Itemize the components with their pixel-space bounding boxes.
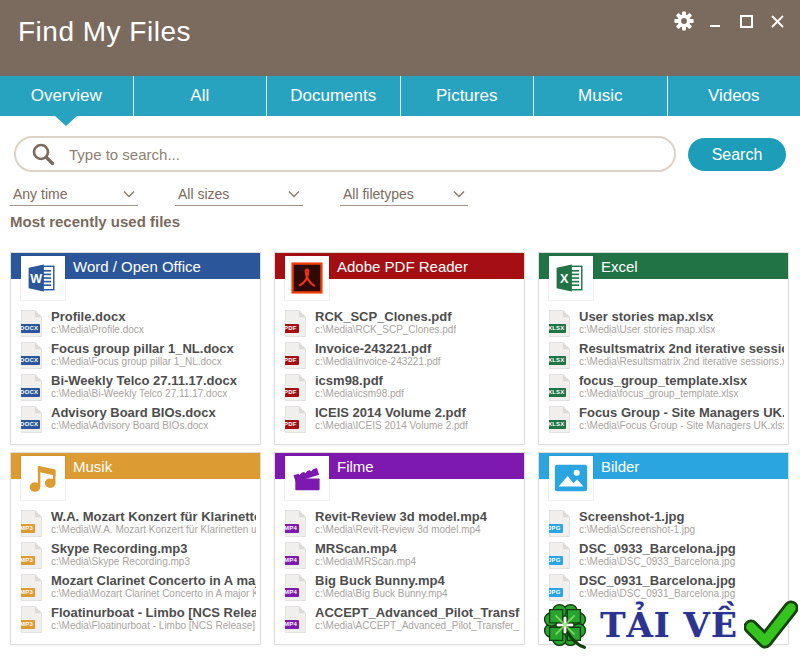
file-item[interactable]: xlsx User stories map.xlsx c:\Media\User… bbox=[549, 309, 784, 339]
file-item[interactable]: mp4 MRScan.mp4 c:\Media\MRScan.mp4 bbox=[285, 541, 520, 571]
tab-videos[interactable]: Videos bbox=[668, 76, 800, 116]
file-type-badge: mp4 bbox=[285, 556, 299, 565]
file-type-icon: docx bbox=[21, 406, 42, 433]
card-title: Filme bbox=[337, 458, 374, 475]
maximize-button[interactable] bbox=[735, 10, 757, 32]
file-path: c:\Media\Focus group pillar 1_NL.docx bbox=[51, 356, 234, 368]
file-type-badge: mp4 bbox=[285, 524, 299, 533]
search-box[interactable] bbox=[14, 136, 676, 172]
file-path: c:\Media\MRScan.mp4 bbox=[315, 556, 416, 568]
checkmark-icon bbox=[744, 599, 798, 651]
file-type-badge: pdf bbox=[285, 388, 299, 397]
file-item[interactable]: pdf Invoice-243221.pdf c:\Media\Invoice-… bbox=[285, 341, 520, 371]
file-list: jpg Screenshot-1.jpg c:\Media\Screenshot… bbox=[549, 509, 784, 605]
file-item[interactable]: mp3 W.A. Mozart Konzert für Klarinetten … bbox=[21, 509, 256, 539]
filter-dropdown-all-sizes[interactable]: All sizes bbox=[175, 182, 303, 206]
file-name: Focus Group - Site Managers UK.xlsx bbox=[579, 405, 784, 420]
file-item[interactable]: mp4 Revit-Review 3d model.mp4 c:\Media\R… bbox=[285, 509, 520, 539]
close-icon bbox=[771, 15, 784, 28]
file-item[interactable]: xlsx Focus Group - Site Managers UK.xlsx… bbox=[549, 405, 784, 435]
file-type-badge: mp3 bbox=[21, 588, 35, 597]
watermark-text: TẢI VỀ bbox=[596, 605, 742, 645]
filter-dropdown-all-filetypes[interactable]: All filetypes bbox=[340, 182, 468, 206]
file-item[interactable]: mp4 ACCEPT_Advanced_Pilot_Transfer_Knowl… bbox=[285, 605, 520, 635]
file-item[interactable]: xlsx focus_group_template.xlsx c:\Media\… bbox=[549, 373, 784, 403]
file-item[interactable]: mp3 Floatinurboat - Limbo [NCS Release].… bbox=[21, 605, 256, 635]
search-button[interactable]: Search bbox=[688, 138, 786, 171]
file-path: c:\Media\Invoice-243221.pdf bbox=[315, 356, 441, 368]
file-item[interactable]: docx Focus group pillar 1_NL.docx c:\Med… bbox=[21, 341, 256, 371]
close-button[interactable] bbox=[766, 10, 788, 32]
file-type-icon: jpg bbox=[549, 510, 570, 537]
file-type-badge: mp4 bbox=[285, 620, 299, 629]
file-name: MRScan.mp4 bbox=[315, 541, 416, 556]
file-item[interactable]: xlsx Resultsmatrix 2nd iterative session… bbox=[549, 341, 784, 371]
film-icon bbox=[285, 456, 329, 500]
tab-all[interactable]: All bbox=[134, 76, 268, 116]
search-input[interactable] bbox=[67, 145, 660, 164]
tab-label: Pictures bbox=[436, 86, 497, 106]
file-item[interactable]: docx Bi-Weekly Telco 27.11.17.docx c:\Me… bbox=[21, 373, 256, 403]
file-type-icon: xlsx bbox=[549, 406, 570, 433]
file-path: c:\Media\focus_group_template.xlsx bbox=[579, 388, 747, 400]
file-path: c:\Media\RCK_SCP_Clones.pdf bbox=[315, 324, 456, 336]
file-item[interactable]: jpg DSC_0933_Barcelona.jpg c:\Media\DSC_… bbox=[549, 541, 784, 571]
card-title: Adobe PDF Reader bbox=[337, 258, 468, 275]
chevron-down-icon bbox=[453, 190, 465, 198]
category-card: Filme mp4 Revit-Review 3d model.mp4 c:\M… bbox=[274, 452, 525, 645]
file-name: Focus group pillar 1_NL.docx bbox=[51, 341, 234, 356]
picture-icon bbox=[549, 456, 593, 500]
card-title: Bilder bbox=[601, 458, 639, 475]
file-type-icon: pdf bbox=[285, 406, 306, 433]
tab-music[interactable]: Music bbox=[534, 76, 668, 116]
file-item[interactable]: mp3 Mozart Clarinet Concerto in A major … bbox=[21, 573, 256, 603]
file-type-icon: mp3 bbox=[21, 574, 42, 601]
file-type-icon: pdf bbox=[285, 310, 306, 337]
file-item[interactable]: mp3 Skype Recording.mp3 c:\Media\Skype R… bbox=[21, 541, 256, 571]
file-name: ACCEPT_Advanced_Pilot_Transfer_Knowle... bbox=[315, 605, 520, 620]
file-type-icon: mp4 bbox=[285, 510, 306, 537]
file-item[interactable]: jpg Screenshot-1.jpg c:\Media\Screenshot… bbox=[549, 509, 784, 539]
minimize-button[interactable] bbox=[704, 10, 726, 32]
file-item[interactable]: pdf RCK_SCP_Clones.pdf c:\Media\RCK_SCP_… bbox=[285, 309, 520, 339]
gear-icon bbox=[674, 11, 694, 31]
tab-overview[interactable]: Overview bbox=[0, 76, 134, 116]
file-type-badge: xlsx bbox=[549, 420, 566, 429]
file-type-icon: jpg bbox=[549, 542, 570, 569]
tab-label: Overview bbox=[31, 86, 102, 106]
file-item[interactable]: pdf ICEIS 2014 Volume 2.pdf c:\Media\ICE… bbox=[285, 405, 520, 435]
file-type-badge: docx bbox=[21, 420, 40, 429]
file-path: c:\Media\DSC_0933_Barcelona.jpg bbox=[579, 556, 736, 568]
file-name: Advisory Board BIOs.docx bbox=[51, 405, 216, 420]
filter-dropdown-any-time[interactable]: Any time bbox=[10, 182, 138, 206]
excel-icon: X bbox=[549, 256, 593, 300]
tab-pictures[interactable]: Pictures bbox=[401, 76, 535, 116]
file-name: Screenshot-1.jpg bbox=[579, 509, 695, 524]
file-item[interactable]: mp4 Big Buck Bunny.mp4 c:\Media\Big Buck… bbox=[285, 573, 520, 603]
clover-icon bbox=[536, 595, 594, 655]
file-item[interactable]: pdf icsm98.pdf c:\Media\icsm98.pdf bbox=[285, 373, 520, 403]
word-icon: W bbox=[21, 256, 65, 300]
file-type-badge: mp3 bbox=[21, 556, 35, 565]
file-path: c:\Media\Revit-Review 3d model.mp4 bbox=[315, 524, 487, 536]
file-path: c:\Media\Floatinurboat - Limbo [NCS Rele… bbox=[51, 620, 256, 632]
file-list: pdf RCK_SCP_Clones.pdf c:\Media\RCK_SCP_… bbox=[285, 309, 520, 437]
file-type-badge: xlsx bbox=[549, 356, 566, 365]
file-item[interactable]: docx Advisory Board BIOs.docx c:\Media\A… bbox=[21, 405, 256, 435]
file-type-icon: pdf bbox=[285, 374, 306, 401]
file-type-badge: mp3 bbox=[21, 620, 35, 629]
file-list: mp4 Revit-Review 3d model.mp4 c:\Media\R… bbox=[285, 509, 520, 637]
filter-row: Any time All sizes All filetypes bbox=[10, 182, 468, 206]
settings-gear-button[interactable] bbox=[673, 10, 695, 32]
file-item[interactable]: docx Profile.docx c:\Media\Profile.docx bbox=[21, 309, 256, 339]
file-type-icon: xlsx bbox=[549, 342, 570, 369]
file-list: xlsx User stories map.xlsx c:\Media\User… bbox=[549, 309, 784, 437]
file-name: Skype Recording.mp3 bbox=[51, 541, 190, 556]
tab-documents[interactable]: Documents bbox=[267, 76, 401, 116]
file-type-badge: mp3 bbox=[21, 524, 35, 533]
file-type-badge: docx bbox=[21, 324, 40, 333]
category-card: Excel X xlsx User stories map.xlsx c:\Me… bbox=[538, 252, 789, 445]
maximize-icon bbox=[740, 15, 753, 28]
file-type-badge: mp4 bbox=[285, 588, 299, 597]
file-path: c:\Media\ICEIS 2014 Volume 2.pdf bbox=[315, 420, 468, 432]
